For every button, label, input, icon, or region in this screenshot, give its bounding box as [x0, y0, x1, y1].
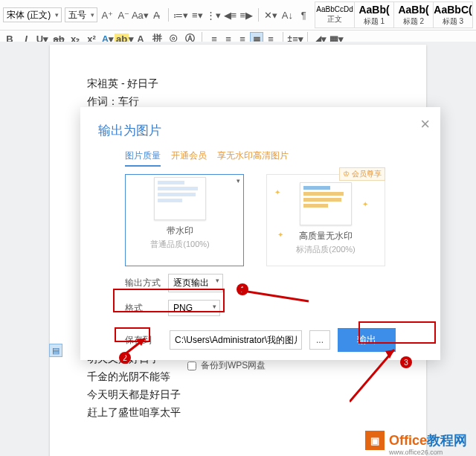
style-h1[interactable]: AaBb(标题 1 [354, 1, 394, 28]
output-mode-label: 输出方式 [125, 277, 162, 289]
shrink-font-icon[interactable]: A⁻ [117, 8, 130, 22]
card-sub: 标清品质(200%) [296, 244, 355, 255]
numbering-icon[interactable]: ≡▾ [190, 8, 204, 22]
card-sub: 普通品质(100%) [150, 239, 209, 250]
format-select[interactable]: PNG [168, 300, 220, 316]
tab-image-quality[interactable]: 图片质量 [125, 150, 161, 167]
doc-line: 赶上了盛世咱享太平 [87, 403, 389, 421]
callout-arrow-1 [238, 286, 320, 312]
doc-line: 今天明天都是好日子 [87, 385, 389, 403]
bullets-icon[interactable]: ≔▾ [174, 8, 187, 22]
show-marks-icon[interactable]: ¶ [297, 8, 310, 22]
vip-label[interactable]: 开通会员 [171, 150, 207, 167]
svg-line-0 [238, 290, 309, 301]
backup-label: 备份到WPS网盘 [201, 359, 266, 372]
callout-arrow-2 [115, 335, 160, 367]
logo-icon: ▣ [365, 431, 385, 450]
multilevel-icon[interactable]: ⋮▾ [207, 8, 220, 22]
svg-marker-1 [238, 286, 245, 294]
card-title: 带水印 [167, 225, 193, 237]
vip-badge: ♔ 会员尊享 [339, 167, 385, 181]
font-name-select[interactable]: 宋体 (正文) [3, 7, 62, 22]
style-h3[interactable]: AaBbC(标题 3 [433, 1, 473, 28]
doc-line: 宋祖英 - 好日子 [87, 74, 389, 92]
thumb-preview [154, 177, 206, 220]
text-dir-icon[interactable]: ✕▾ [264, 8, 277, 22]
close-icon[interactable]: × [420, 115, 430, 134]
change-case-icon[interactable]: Aa▾ [133, 8, 147, 22]
indent-right-icon[interactable]: ≡▶ [239, 8, 253, 22]
quality-watermark-card[interactable]: 带水印 普通品质(100%) [125, 174, 244, 266]
callout-arrow-3 [350, 342, 424, 412]
style-gallery[interactable]: AaBbCcDd正文 AaBb(标题 1 AaBb(标题 2 AaBbC(标题 … [315, 1, 473, 28]
save-path-input[interactable] [170, 330, 302, 350]
style-h2[interactable]: AaBb(标题 2 [393, 1, 434, 28]
format-label: 格式 [125, 302, 162, 315]
quality-tabs: 图片质量 开通会员 享无水印高清图片 [125, 150, 422, 167]
vip-msg: 享无水印高清图片 [217, 150, 289, 167]
site-watermark: ▣ Office教程网 www.office26.com [365, 431, 467, 450]
card-title: 高质量无水印 [299, 230, 353, 243]
quality-nowatermark-card[interactable]: ♔ 会员尊享 ✦✦✦ 高质量无水印 标清品质(200%) [266, 174, 385, 266]
browse-button[interactable]: ... [309, 330, 330, 350]
indent-left-icon[interactable]: ◀≡ [223, 8, 237, 22]
grow-font-icon[interactable]: A⁺ [100, 8, 114, 22]
style-normal[interactable]: AaBbCcDd正文 [315, 1, 355, 28]
thumb-preview [300, 182, 352, 225]
ribbon-row-1: 宋体 (正文) 五号 A⁺ A⁻ Aa▾ A̶ ≔▾ ≡▾ ⋮▾ ◀≡ ≡▶ ✕… [0, 0, 476, 30]
site-url: www.office26.com [389, 449, 443, 456]
export-image-dialog: 输出为图片 × 图片质量 开通会员 享无水印高清图片 带水印 普通品质(100%… [80, 107, 440, 360]
backup-checkbox[interactable] [187, 362, 196, 370]
svg-line-4 [350, 350, 394, 402]
font-size-select[interactable]: 五号 [65, 7, 97, 22]
section-marker-icon[interactable]: ▤ [49, 344, 62, 357]
output-mode-select[interactable]: 逐页输出 [168, 274, 223, 292]
sort-icon[interactable]: A↓ [280, 8, 294, 22]
clear-format-icon[interactable]: A̶ [149, 8, 163, 22]
dialog-title: 输出为图片 [98, 122, 422, 139]
